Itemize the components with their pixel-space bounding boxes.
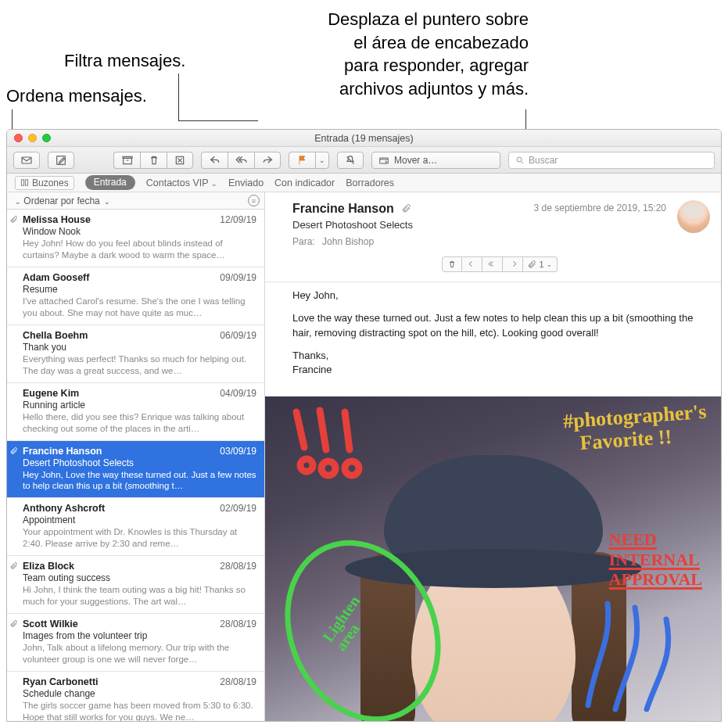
- message-preview: John, Talk about a lifelong memory. Our …: [23, 642, 256, 665]
- message-date: 04/09/19: [220, 388, 256, 399]
- flag-group: ⌄: [289, 152, 329, 169]
- leader-line: [178, 120, 258, 121]
- reader-header[interactable]: Francine Hanson Desert Photoshoot Select…: [265, 192, 721, 282]
- favbar-drafts[interactable]: Borradores: [346, 178, 394, 188]
- traffic-lights: [7, 134, 51, 142]
- leader-line: [178, 74, 179, 120]
- mailboxes-button[interactable]: Buzones: [15, 176, 74, 190]
- message-date: 28/08/19: [220, 619, 256, 629]
- minimize-window-button[interactable]: [28, 134, 37, 142]
- message-subject: Thank you: [23, 342, 256, 353]
- reply-all-button[interactable]: [228, 152, 254, 169]
- body-thanks: Thanks,: [292, 349, 705, 364]
- get-mail-button[interactable]: [13, 152, 40, 169]
- attachment-image[interactable]: #photographer's Favorite !! NEED INTERNA…: [265, 396, 721, 721]
- attachment-icon: [10, 447, 18, 457]
- attachment-icon: [10, 620, 18, 629]
- message-date: 06/09/19: [220, 330, 256, 341]
- message-sender: Scott Wilkie: [23, 619, 78, 629]
- message-row[interactable]: Chella Boehm06/09/19Thank youEverything …: [7, 325, 264, 383]
- mail-window: Entrada (19 mensajes): [6, 129, 722, 722]
- message-row[interactable]: Melissa House12/09/19Window NookHey John…: [7, 210, 264, 267]
- message-list-pane: ⌄ Ordenar por fecha ⌄ ≡ Melissa House12/…: [7, 192, 265, 721]
- message-sender: Adam Gooseff: [23, 272, 89, 283]
- message-row[interactable]: Adam Gooseff09/09/19ResumeI've attached …: [7, 267, 264, 325]
- forward-button[interactable]: [254, 152, 281, 169]
- favbar-flagged[interactable]: Con indicador: [274, 178, 335, 188]
- message-row[interactable]: Scott Wilkie28/08/19Images from the volu…: [7, 614, 264, 672]
- body-greeting: Hey John,: [292, 289, 705, 303]
- message-subject: Appointment: [23, 515, 256, 525]
- message-row[interactable]: Eliza Block28/08/19Team outing successHi…: [7, 556, 264, 614]
- zoom-window-button[interactable]: [42, 134, 51, 142]
- content-area: ⌄ Ordenar por fecha ⌄ ≡ Melissa House12/…: [7, 192, 721, 721]
- reader-delete-button[interactable]: [442, 256, 462, 272]
- svg-point-10: [321, 461, 335, 475]
- svg-rect-7: [21, 180, 23, 185]
- mailboxes-label: Buzones: [32, 178, 69, 188]
- message-subject: Window Nook: [23, 226, 256, 237]
- message-preview: Hey John, Love the way these turned out.…: [23, 469, 256, 493]
- annotation-favorite: #photographer's Favorite !!: [562, 401, 708, 456]
- junk-button[interactable]: [167, 152, 193, 169]
- callout-filter: Filtra mensajes.: [64, 49, 185, 73]
- message-subject: Desert Photoshoot Selects: [23, 457, 256, 468]
- search-field[interactable]: Buscar: [508, 152, 715, 169]
- flag-button[interactable]: [289, 152, 315, 169]
- message-sender: Anthony Ashcroft: [23, 503, 105, 514]
- reply-button[interactable]: [201, 152, 228, 169]
- message-sender: Chella Boehm: [23, 330, 88, 341]
- reader-actions: 1 ⌄: [292, 253, 707, 277]
- message-row[interactable]: Eugene Kim04/09/19Running articleHello t…: [7, 383, 264, 441]
- message-row[interactable]: Francine Hanson03/09/19Desert Photoshoot…: [7, 441, 264, 499]
- reader-to: Para: John Bishop: [292, 236, 707, 247]
- reader-forward-button[interactable]: [503, 256, 523, 272]
- annotation-need-approval: NEED INTERNAL APPROVAL: [609, 529, 702, 589]
- callout-sort: Ordena mensajes.: [6, 84, 147, 108]
- filter-button[interactable]: ≡: [248, 195, 260, 206]
- attachment-icon: [10, 216, 18, 225]
- message-date: 28/08/19: [220, 561, 256, 572]
- sort-button[interactable]: ⌄ Ordenar por fecha ⌄: [15, 195, 110, 206]
- message-sender: Francine Hanson: [23, 446, 102, 457]
- compose-button[interactable]: [48, 152, 74, 169]
- body-main: Love the way these turned out. Just a fe…: [292, 311, 705, 341]
- move-to-dropdown[interactable]: Mover a…: [371, 152, 500, 169]
- flag-menu-button[interactable]: ⌄: [315, 152, 329, 169]
- reader-to-name[interactable]: John Bishop: [322, 236, 374, 247]
- message-date: 02/09/19: [220, 503, 256, 514]
- message-list[interactable]: Melissa House12/09/19Window NookHey John…: [7, 210, 264, 721]
- attachment-icon: [402, 203, 411, 215]
- reader-reply-all-button[interactable]: [482, 256, 503, 272]
- body-signature: Francine: [292, 363, 705, 378]
- favbar-inbox[interactable]: Entrada: [85, 175, 135, 190]
- message-date: 12/09/19: [220, 214, 256, 225]
- reader-attach-button[interactable]: 1 ⌄: [523, 256, 558, 272]
- message-sender: Ryan Carbonetti: [23, 676, 99, 687]
- reader-pane: Francine Hanson Desert Photoshoot Select…: [265, 192, 721, 721]
- message-row[interactable]: Ryan Carbonetti28/08/19Schedule changeTh…: [7, 672, 264, 721]
- message-preview: Hey John! How do you feel about blinds i…: [23, 238, 256, 261]
- mute-button[interactable]: [337, 152, 364, 169]
- message-date: 28/08/19: [220, 676, 256, 687]
- favbar-vip[interactable]: Contactos VIP ⌄: [146, 178, 217, 188]
- titlebar: Entrada (19 mensajes): [7, 130, 721, 147]
- message-subject: Team outing success: [23, 572, 256, 583]
- svg-rect-2: [123, 158, 131, 163]
- message-sender: Eliza Block: [23, 561, 74, 572]
- reader-body: Hey John, Love the way these turned out.…: [265, 282, 721, 396]
- favbar-sent[interactable]: Enviado: [228, 178, 264, 188]
- svg-rect-8: [25, 180, 27, 185]
- sender-avatar[interactable]: [677, 200, 710, 233]
- annotation-squiggle-icon: [572, 588, 698, 713]
- favorites-bar: Buzones Entrada Contactos VIP ⌄ Enviado …: [7, 174, 721, 192]
- message-row[interactable]: Anthony Ashcroft02/09/19AppointmentYour …: [7, 498, 264, 556]
- reader-reply-button[interactable]: [462, 256, 482, 272]
- reader-subject: Desert Photoshoot Selects: [292, 219, 707, 231]
- annotation-exclaim-icon: [281, 404, 390, 506]
- message-preview: The girls soccer game has been moved fro…: [23, 700, 256, 721]
- attachment-icon: [10, 562, 18, 572]
- delete-button[interactable]: [140, 152, 167, 169]
- close-window-button[interactable]: [14, 134, 23, 142]
- archive-button[interactable]: [113, 152, 140, 169]
